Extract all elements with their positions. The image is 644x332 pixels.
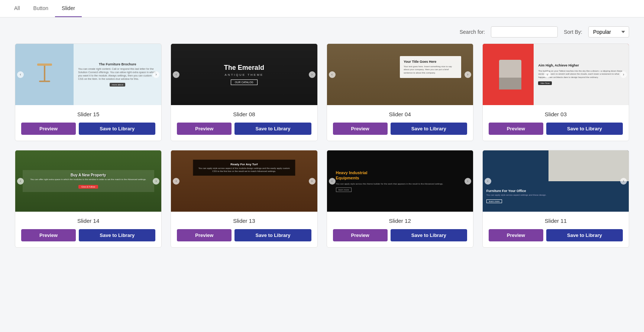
card-slider15: The Furniture Brochure You can create ri…: [15, 43, 162, 141]
next-arrow-slider12[interactable]: ›: [465, 178, 471, 185]
next-arrow-slider11[interactable]: ›: [620, 178, 627, 185]
card-title-slider11: Slider 11: [489, 218, 623, 224]
card-actions-slider15: Preview Save to Library: [21, 123, 155, 135]
card-actions-slider12: Preview Save to Library: [333, 229, 467, 241]
search-input[interactable]: [491, 26, 558, 38]
card-title-slider04: Slider 04: [333, 111, 467, 117]
card-actions-slider11: Preview Save to Library: [489, 229, 623, 241]
save-button-slider12[interactable]: Save to Library: [391, 229, 467, 241]
sort-label: Sort By:: [564, 29, 582, 35]
thumbnail-slider03: Aim High, Achieve Higher The building on…: [483, 44, 629, 105]
card-body-slider15: Slider 15 Preview Save to Library: [15, 105, 161, 141]
save-button-slider08[interactable]: Save to Library: [234, 123, 311, 135]
save-button-slider04[interactable]: Save to Library: [391, 123, 467, 135]
card-title-slider03: Slider 03: [489, 111, 623, 117]
thumbnail-slider14: Buy A New Property You can offer right e…: [15, 150, 161, 212]
next-arrow-slider13[interactable]: ›: [309, 178, 315, 185]
tab-all[interactable]: All: [7, 0, 27, 17]
save-button-slider15[interactable]: Save to Library: [79, 123, 155, 135]
thumbnail-slider04: Your Title Goes Here Your text goes here…: [327, 44, 473, 105]
tab-button[interactable]: Button: [27, 0, 55, 17]
tab-bar: All Button Slider: [0, 0, 644, 17]
save-button-slider13[interactable]: Save to Library: [234, 229, 311, 241]
prev-arrow-slider03[interactable]: ‹: [544, 71, 551, 78]
preview-button-slider13[interactable]: Preview: [177, 229, 232, 241]
preview-button-slider03[interactable]: Preview: [489, 123, 543, 135]
card-title-slider15: Slider 15: [21, 111, 155, 117]
preview-button-slider11[interactable]: Preview: [489, 229, 543, 241]
preview-button-slider08[interactable]: Preview: [177, 123, 232, 135]
sort-select[interactable]: Popular Newest Oldest: [588, 26, 629, 38]
prev-arrow-slider11[interactable]: ‹: [485, 178, 491, 185]
save-button-slider11[interactable]: Save to Library: [546, 229, 623, 241]
thumbnail-slider11: Furniture For Your Office You can apply …: [483, 150, 629, 212]
card-title-slider14: Slider 14: [21, 218, 155, 224]
card-body-slider13: Slider 13 Preview Save to Library: [171, 212, 317, 247]
thumbnail-slider15: The Furniture Brochure You can create ri…: [15, 44, 161, 105]
tab-slider[interactable]: Slider: [55, 0, 82, 17]
card-actions-slider08: Preview Save to Library: [177, 123, 311, 135]
template-grid: The Furniture Brochure You can create ri…: [0, 43, 644, 263]
card-actions-slider03: Preview Save to Library: [489, 123, 623, 135]
controls-bar: Search for: Sort By: Popular Newest Olde…: [0, 17, 644, 43]
preview-button-slider14[interactable]: Preview: [21, 229, 76, 241]
card-actions-slider04: Preview Save to Library: [333, 123, 467, 135]
card-actions-slider13: Preview Save to Library: [177, 229, 311, 241]
card-slider08: The Emerald ANTIQUE THEME OUR CATALOG ‹ …: [171, 43, 317, 141]
prev-arrow-slider15[interactable]: ‹: [17, 71, 24, 78]
prev-arrow-slider08[interactable]: ‹: [173, 71, 179, 78]
card-slider12: Heavy IndustrialEquipments You can apply…: [327, 150, 473, 248]
search-label: Search for:: [460, 29, 485, 35]
save-button-slider14[interactable]: Save to Library: [79, 229, 155, 241]
thumbnail-slider08: The Emerald ANTIQUE THEME OUR CATALOG ‹ …: [171, 44, 317, 105]
card-slider11: Furniture For Your Office You can apply …: [482, 150, 629, 248]
next-arrow-slider04[interactable]: ›: [465, 71, 471, 78]
next-arrow-slider08[interactable]: ›: [309, 71, 315, 78]
card-title-slider08: Slider 08: [177, 111, 311, 117]
thumbnail-slider12: Heavy IndustrialEquipments You can apply…: [327, 150, 473, 212]
preview-button-slider15[interactable]: Preview: [21, 123, 76, 135]
prev-arrow-slider04[interactable]: ‹: [329, 71, 336, 78]
save-button-slider03[interactable]: Save to Library: [546, 123, 623, 135]
prev-arrow-slider14[interactable]: ‹: [17, 178, 24, 185]
card-actions-slider14: Preview Save to Library: [21, 229, 155, 241]
card-slider14: Buy A New Property You can offer right e…: [15, 150, 162, 248]
card-body-slider08: Slider 08 Preview Save to Library: [171, 105, 317, 141]
card-body-slider04: Slider 04 Preview Save to Library: [327, 105, 473, 141]
card-slider04: Your Title Goes Here Your text goes here…: [327, 43, 473, 141]
next-arrow-slider14[interactable]: ›: [153, 178, 159, 185]
card-title-slider13: Slider 13: [177, 218, 311, 224]
card-slider13: Ready For Any Turf You can apply style a…: [171, 150, 317, 248]
prev-arrow-slider13[interactable]: ‹: [173, 178, 179, 185]
card-body-slider12: Slider 12 Preview Save to Library: [327, 212, 473, 247]
thumbnail-slider13: Ready For Any Turf You can apply style a…: [171, 150, 317, 212]
card-body-slider14: Slider 14 Preview Save to Library: [15, 212, 161, 247]
card-title-slider12: Slider 12: [333, 218, 467, 224]
next-arrow-slider03[interactable]: ›: [620, 71, 627, 78]
card-slider03: Aim High, Achieve Higher The building on…: [482, 43, 629, 141]
card-body-slider03: Slider 03 Preview Save to Library: [483, 105, 629, 141]
next-arrow-slider15[interactable]: ›: [153, 71, 159, 78]
preview-button-slider12[interactable]: Preview: [333, 229, 388, 241]
preview-button-slider04[interactable]: Preview: [333, 123, 388, 135]
card-body-slider11: Slider 11 Preview Save to Library: [483, 212, 629, 247]
